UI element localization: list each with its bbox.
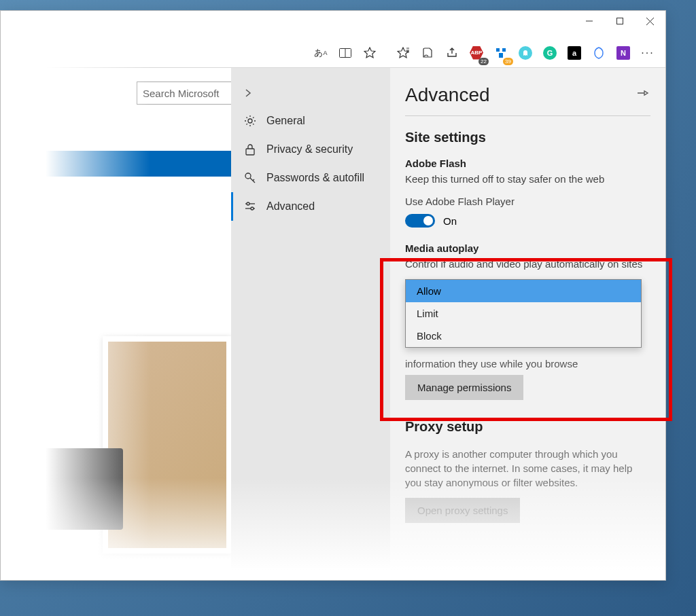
settings-nav: General Privacy & security Passwords & a… [231,68,390,580]
autoplay-title: Media autoplay [405,242,650,254]
svg-point-15 [251,207,254,210]
search-placeholder: Search Microsoft [143,88,220,99]
share-icon[interactable] [441,42,463,64]
dropdown-list: Allow Limit Block [405,279,642,348]
nav-general[interactable]: General [231,107,390,135]
ghostery-extension-icon[interactable] [515,42,536,64]
page-header-strip [1,151,232,177]
rewards-extension-icon[interactable]: 39 [490,42,512,64]
nav-advanced[interactable]: Advanced [231,192,390,221]
dropdown-option-block[interactable]: Block [406,325,641,347]
grammarly-extension-icon[interactable]: G [539,42,561,64]
flash-title: Adobe Flash [405,158,650,169]
background-laptop [41,448,123,530]
adblock-badge: 22 [478,58,489,65]
translate-icon[interactable]: あA [310,42,332,64]
browser-toolbar: あA ABP 22 39 [1,38,665,68]
proxy-title: Proxy setup [405,419,650,435]
separator [405,115,650,116]
manage-permissions-button[interactable]: Manage permissions [405,375,523,400]
dropdown-option-allow[interactable]: Allow [406,280,641,302]
key-icon [243,172,257,184]
rewards-badge: 39 [503,58,513,65]
maximize-button[interactable] [604,11,635,31]
sliders-icon [243,200,257,213]
flash-desc: Keep this turned off to stay safer on th… [405,172,650,186]
nav-passwords[interactable]: Passwords & autofill [231,164,390,192]
lock-icon [243,143,257,156]
toggle-state: On [443,215,457,227]
flash-toggle-label: Use Adobe Flash Player [405,194,650,209]
svg-point-11 [245,173,251,179]
nav-label: Advanced [266,200,315,213]
back-button[interactable] [231,81,390,107]
proxy-desc: A proxy is another computer through whic… [405,447,650,490]
panel-title: Advanced [405,84,490,106]
page-content: Search Microsoft General [1,68,665,580]
pin-icon[interactable] [637,88,650,102]
minimize-button[interactable] [574,11,604,31]
settings-content: Advanced Site settings Adobe Flash Keep … [390,68,665,580]
window-controls [574,11,665,31]
autoplay-desc: Control if audio and video play automati… [405,257,650,271]
nav-label: Passwords & autofill [266,172,364,184]
panel-title-row: Advanced [405,84,650,106]
browser-window: あA ABP 22 39 [0,10,666,581]
reading-view-icon[interactable] [334,42,356,64]
svg-point-13 [247,202,249,205]
dropdown-option-limit[interactable]: Limit [406,302,641,325]
close-button[interactable] [635,11,665,31]
flash-toggle[interactable] [405,214,435,228]
section-title: Site settings [405,130,650,145]
nav-label: General [266,115,305,127]
more-menu-icon[interactable]: ··· [637,42,659,64]
search-input[interactable]: Search Microsoft [137,81,232,105]
svg-point-9 [248,119,252,123]
onenote-extension-icon[interactable]: N [612,42,634,64]
adblock-extension-icon[interactable]: ABP 22 [466,42,487,64]
settings-panel: General Privacy & security Passwords & a… [231,68,665,580]
amazon-extension-icon[interactable]: a [563,42,585,64]
notes-icon[interactable] [417,42,438,64]
nav-label: Privacy & security [266,143,353,156]
open-proxy-button[interactable]: Open proxy settings [405,498,520,523]
svg-rect-10 [246,149,254,155]
extension-icon-blue[interactable] [588,42,610,64]
flash-toggle-row: On [405,214,650,228]
gear-icon [243,115,257,127]
svg-rect-1 [616,18,623,24]
nav-privacy[interactable]: Privacy & security [231,135,390,164]
favorites-list-icon[interactable] [392,42,414,64]
favorite-star-icon[interactable] [359,42,381,64]
